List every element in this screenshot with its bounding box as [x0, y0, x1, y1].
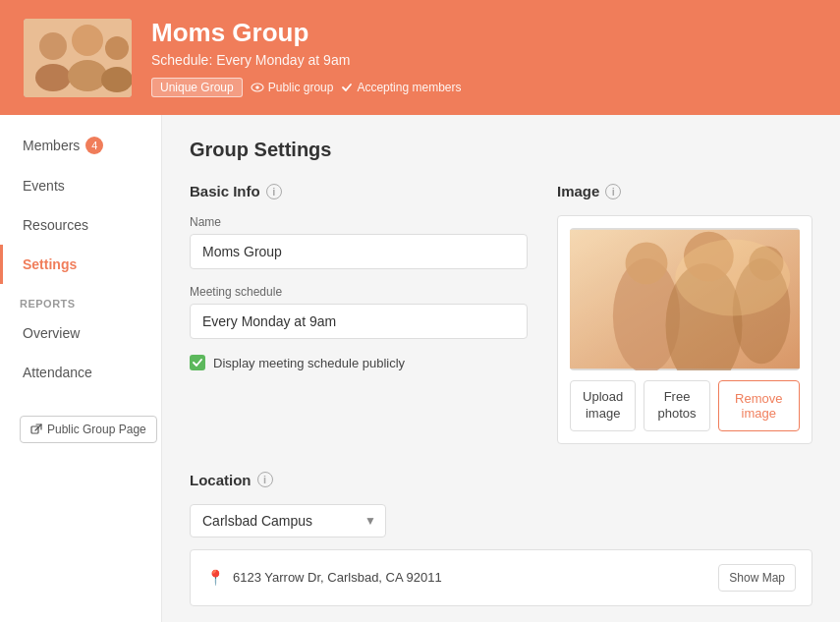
image-info-icon: i — [605, 184, 621, 199]
check-icon — [341, 82, 353, 93]
sidebar-item-attendance[interactable]: Attendance — [0, 353, 161, 392]
svg-rect-10 — [31, 426, 38, 433]
sidebar-item-settings[interactable]: Settings — [0, 245, 161, 284]
name-label: Name — [190, 215, 528, 229]
basic-info-column: Basic Info i Name Meeting schedule — [190, 183, 528, 370]
basic-info-icon: i — [266, 184, 282, 199]
display-schedule-label[interactable]: Display meeting schedule publicly — [213, 356, 405, 370]
members-badge: 4 — [85, 137, 103, 154]
svg-point-9 — [255, 85, 259, 89]
page-header: Moms Group Schedule: Every Monday at 9am… — [0, 0, 840, 115]
campus-select-wrapper: Carlsbad Campus San Diego Campus Oceansi… — [190, 504, 386, 537]
map-pin-icon: 📍 — [206, 569, 225, 587]
unique-group-badge: Unique Group — [151, 78, 243, 97]
location-label: Location i — [190, 472, 812, 488]
address-row: 📍 6123 Yarrow Dr, Carlsbad, CA 92011 Sho… — [190, 549, 812, 606]
display-schedule-checkbox[interactable] — [190, 355, 205, 370]
image-section-label: Image i — [557, 183, 812, 199]
external-link-icon — [30, 424, 42, 435]
eye-icon — [251, 81, 264, 94]
image-preview — [570, 228, 800, 370]
address-left: 📍 6123 Yarrow Dr, Carlsbad, CA 92011 — [206, 569, 442, 587]
location-info-icon: i — [257, 472, 273, 487]
sidebar-item-events[interactable]: Events — [0, 166, 161, 205]
sidebar-item-overview[interactable]: Overview — [0, 313, 161, 353]
group-avatar — [24, 19, 132, 97]
name-form-group: Name — [190, 215, 528, 269]
basic-info-label: Basic Info i — [190, 183, 528, 199]
public-group-page-button[interactable]: Public Group Page — [20, 416, 157, 443]
main-content: Group Settings Basic Info i Name Meeting… — [162, 115, 840, 622]
reports-section-label: REPORTS — [0, 284, 161, 313]
meeting-schedule-form-group: Meeting schedule — [190, 285, 528, 339]
page-title: Group Settings — [190, 139, 812, 161]
sidebar: Members 4 Events Resources Settings REPO… — [0, 115, 162, 622]
header-info: Moms Group Schedule: Every Monday at 9am… — [151, 18, 461, 97]
accepting-badge: Accepting members — [341, 81, 461, 94]
group-schedule: Schedule: Every Monday at 9am — [151, 52, 461, 68]
group-title: Moms Group — [151, 18, 461, 48]
campus-select[interactable]: Carlsbad Campus San Diego Campus Oceansi… — [190, 504, 386, 537]
svg-point-20 — [675, 240, 790, 316]
checkmark-icon — [193, 359, 202, 367]
settings-columns: Basic Info i Name Meeting schedule — [190, 183, 812, 444]
meeting-schedule-input[interactable] — [190, 304, 528, 339]
header-badges: Unique Group Public group Accepting memb… — [151, 78, 461, 97]
image-column: Image i — [557, 183, 812, 444]
image-box: Upload image Free photos Remove image — [557, 215, 812, 444]
sidebar-footer: Public Group Page — [0, 400, 161, 459]
show-map-button[interactable]: Show Map — [718, 564, 796, 592]
public-group-badge: Public group — [251, 81, 334, 94]
main-layout: Members 4 Events Resources Settings REPO… — [0, 115, 840, 622]
group-image-preview — [570, 228, 800, 370]
upload-image-button[interactable]: Upload image — [570, 380, 636, 431]
remove-image-button[interactable]: Remove image — [718, 380, 800, 431]
svg-rect-7 — [24, 19, 132, 97]
display-schedule-row: Display meeting schedule publicly — [190, 355, 528, 370]
meeting-schedule-label: Meeting schedule — [190, 285, 528, 299]
address-text: 6123 Yarrow Dr, Carlsbad, CA 92011 — [233, 570, 442, 585]
free-photos-button[interactable]: Free photos — [644, 380, 709, 431]
location-section: Location i Carlsbad Campus San Diego Cam… — [190, 472, 812, 606]
image-actions: Upload image Free photos Remove image — [570, 380, 800, 431]
sidebar-item-members[interactable]: Members 4 — [0, 125, 161, 166]
name-input[interactable] — [190, 234, 528, 269]
sidebar-item-resources[interactable]: Resources — [0, 205, 161, 245]
